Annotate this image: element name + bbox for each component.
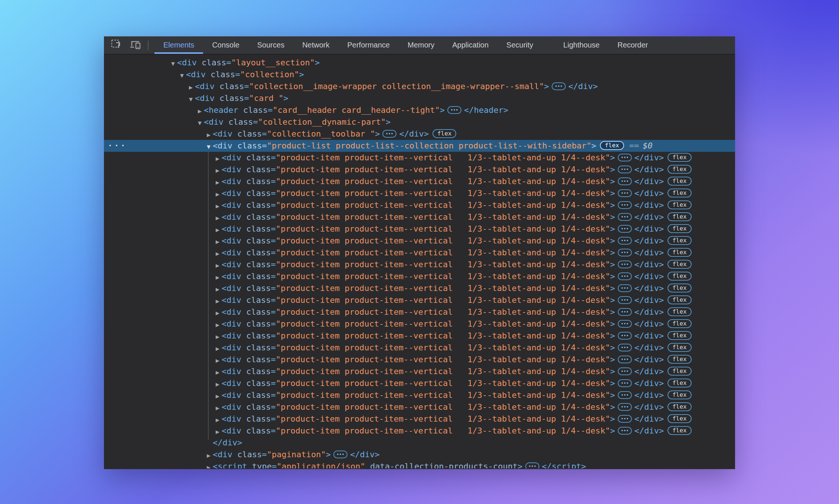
expand-arrow-icon[interactable]: ▶: [216, 236, 222, 248]
flex-badge[interactable]: flex: [667, 236, 692, 245]
flex-badge[interactable]: flex: [667, 248, 692, 257]
ellipsis-expand-badge[interactable]: [618, 356, 632, 363]
tab-security[interactable]: Security: [497, 36, 542, 54]
tab-network[interactable]: Network: [293, 36, 338, 54]
expand-arrow-icon[interactable]: ▶: [216, 189, 222, 200]
flex-badge[interactable]: flex: [667, 390, 692, 399]
flex-badge[interactable]: flex: [667, 272, 692, 281]
ellipsis-expand-badge[interactable]: [618, 296, 632, 304]
dom-tree-row[interactable]: ▶<div class="product-item product-item--…: [104, 247, 735, 259]
dom-tree-row[interactable]: </div>: [104, 437, 735, 449]
flex-badge[interactable]: flex: [667, 402, 692, 411]
dom-tree-row[interactable]: ▶<div class="product-item product-item--…: [104, 199, 735, 211]
ellipsis-expand-badge[interactable]: [618, 403, 632, 411]
ellipsis-expand-badge[interactable]: [618, 213, 632, 221]
flex-badge[interactable]: flex: [667, 343, 692, 352]
dom-tree-row[interactable]: ▶<div class="product-item product-item--…: [104, 223, 735, 235]
flex-badge[interactable]: flex: [432, 129, 457, 138]
flex-badge[interactable]: flex: [667, 319, 692, 328]
dom-tree-row[interactable]: ▶<div class="product-item product-item--…: [104, 330, 735, 342]
expand-arrow-icon[interactable]: ▶: [216, 200, 222, 212]
flex-badge[interactable]: flex: [667, 284, 692, 292]
expand-arrow-icon[interactable]: ▶: [216, 331, 222, 343]
dom-tree-row[interactable]: ▶<div class="product-item product-item--…: [104, 211, 735, 223]
dom-tree-row[interactable]: ▶<div class="product-item product-item--…: [104, 354, 735, 366]
tab-performance[interactable]: Performance: [339, 36, 399, 54]
dom-tree-row[interactable]: ▶<div class="product-item product-item--…: [104, 176, 735, 187]
dom-tree-row[interactable]: ▶<div class="product-item product-item--…: [104, 413, 735, 425]
collapse-arrow-icon[interactable]: ▼: [189, 94, 195, 105]
ellipsis-expand-badge[interactable]: [618, 201, 632, 209]
toggle-device-toolbar-button[interactable]: [129, 36, 142, 54]
flex-badge[interactable]: flex: [667, 165, 692, 174]
flex-badge[interactable]: flex: [667, 189, 692, 197]
dom-tree-row[interactable]: ▶<div class="product-item product-item--…: [104, 401, 735, 413]
expand-arrow-icon[interactable]: ▶: [216, 272, 222, 284]
dom-tree-row-selected[interactable]: ···▼<div class="product-list product-lis…: [104, 140, 735, 152]
ellipsis-expand-badge[interactable]: [618, 308, 632, 316]
dom-tree-row[interactable]: ▶<div class="product-item product-item--…: [104, 377, 735, 389]
flex-badge[interactable]: flex: [600, 141, 624, 150]
ellipsis-expand-badge[interactable]: [618, 320, 632, 328]
dom-tree-row[interactable]: ▶<div class="product-item product-item--…: [104, 306, 735, 318]
expand-arrow-icon[interactable]: ▶: [216, 414, 222, 426]
expand-arrow-icon[interactable]: ▶: [216, 390, 222, 402]
tab-memory[interactable]: Memory: [399, 36, 443, 54]
collapse-arrow-icon[interactable]: ▼: [171, 58, 177, 70]
flex-badge[interactable]: flex: [667, 153, 692, 162]
flex-badge[interactable]: flex: [667, 426, 692, 435]
dom-tree-row[interactable]: ▶<div class="collection__toolbar "></div…: [104, 128, 735, 140]
flex-badge[interactable]: flex: [667, 224, 692, 233]
dom-tree-row[interactable]: ▶<div class="product-item product-item--…: [104, 318, 735, 330]
ellipsis-expand-badge[interactable]: [382, 130, 396, 138]
flex-badge[interactable]: flex: [667, 260, 692, 269]
dom-tree-row[interactable]: ▶<div class="product-item product-item--…: [104, 282, 735, 294]
dom-tree-row[interactable]: ▶<script type="application/json" data-co…: [104, 461, 735, 468]
dom-tree-row[interactable]: ▼<div class="card ">: [104, 92, 735, 104]
dom-tree-row[interactable]: ▶<div class="product-item product-item--…: [104, 366, 735, 377]
dom-tree-row[interactable]: ▶<div class="product-item product-item--…: [104, 294, 735, 306]
dom-tree-row[interactable]: ▶<div class="product-item product-item--…: [104, 342, 735, 354]
ellipsis-expand-badge[interactable]: [618, 367, 632, 375]
tab-elements[interactable]: Elements: [154, 36, 203, 54]
collapse-arrow-icon[interactable]: ▼: [180, 70, 186, 82]
tab-application[interactable]: Application: [443, 36, 497, 54]
expand-arrow-icon[interactable]: ▶: [189, 82, 195, 94]
collapse-arrow-icon[interactable]: ▼: [207, 141, 213, 153]
expand-arrow-icon[interactable]: ▶: [207, 462, 213, 468]
ellipsis-expand-badge[interactable]: [333, 451, 347, 458]
ellipsis-expand-badge[interactable]: [618, 272, 632, 280]
expand-arrow-icon[interactable]: ▶: [216, 284, 222, 295]
ellipsis-expand-badge[interactable]: [618, 427, 632, 435]
ellipsis-expand-badge[interactable]: [618, 166, 632, 173]
expand-arrow-icon[interactable]: ▶: [216, 165, 222, 177]
dom-tree-row[interactable]: ▼<div class="collection">: [104, 69, 735, 81]
ellipsis-expand-badge[interactable]: [618, 225, 632, 233]
expand-arrow-icon[interactable]: ▶: [216, 307, 222, 319]
collapse-arrow-icon[interactable]: ▼: [198, 117, 204, 129]
expand-arrow-icon[interactable]: ▶: [216, 295, 222, 307]
dom-tree-row[interactable]: ▶<div class="product-item product-item--…: [104, 425, 735, 437]
ellipsis-expand-badge[interactable]: [618, 237, 632, 245]
ellipsis-expand-badge[interactable]: [618, 154, 632, 161]
ellipsis-expand-badge[interactable]: [525, 462, 539, 469]
expand-arrow-icon[interactable]: ▶: [216, 224, 222, 236]
expand-arrow-icon[interactable]: ▶: [216, 177, 222, 189]
flex-badge[interactable]: flex: [667, 379, 692, 387]
ellipsis-expand-badge[interactable]: [618, 391, 632, 399]
flex-badge[interactable]: flex: [667, 414, 692, 423]
ellipsis-expand-badge[interactable]: [618, 261, 632, 268]
tab-recorder[interactable]: Recorder: [608, 36, 657, 54]
expand-arrow-icon[interactable]: ▶: [216, 153, 222, 165]
expand-arrow-icon[interactable]: ▶: [216, 248, 222, 260]
flex-badge[interactable]: flex: [667, 355, 692, 364]
flex-badge[interactable]: flex: [667, 367, 692, 376]
flex-badge[interactable]: flex: [667, 307, 692, 316]
flex-badge[interactable]: flex: [667, 200, 692, 209]
expand-arrow-icon[interactable]: ▶: [216, 402, 222, 414]
inspect-element-button[interactable]: [110, 36, 123, 54]
expand-arrow-icon[interactable]: ▶: [216, 260, 222, 272]
expand-arrow-icon[interactable]: ▶: [216, 319, 222, 331]
flex-badge[interactable]: flex: [667, 177, 692, 186]
ellipsis-expand-badge[interactable]: [618, 249, 632, 256]
